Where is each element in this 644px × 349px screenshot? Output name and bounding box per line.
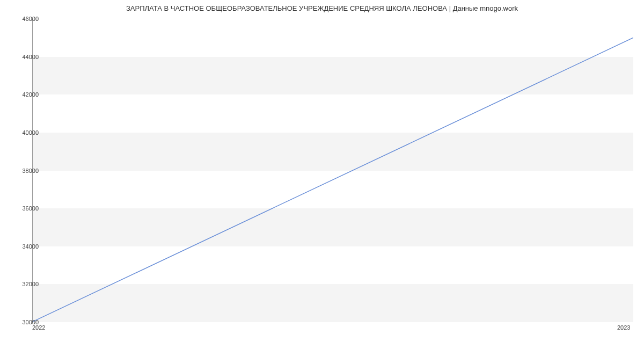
y-tick-label: 44000 (22, 54, 39, 60)
x-tick-label: 2022 (32, 324, 45, 331)
y-tick-label: 34000 (22, 243, 39, 250)
y-tick-label: 46000 (22, 16, 39, 22)
y-tick-label: 38000 (22, 168, 39, 174)
y-tick-label: 32000 (22, 281, 39, 287)
line-series (33, 19, 633, 322)
x-tick-label: 2023 (617, 324, 630, 331)
plot-area (32, 19, 633, 322)
y-tick-label: 42000 (22, 91, 39, 98)
chart-title: ЗАРПЛАТА В ЧАСТНОЕ ОБЩЕОБРАЗОВАТЕЛЬНОЕ У… (0, 4, 644, 12)
y-tick-label: 40000 (22, 129, 39, 136)
y-tick-label: 36000 (22, 205, 39, 212)
